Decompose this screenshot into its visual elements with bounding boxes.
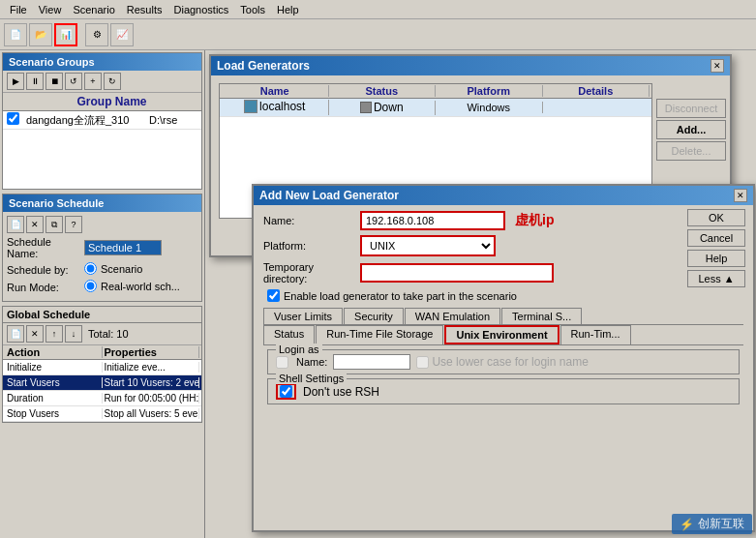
anlg-name-input[interactable] — [360, 211, 505, 230]
refresh-btn[interactable]: ↻ — [104, 73, 121, 90]
schedule-by-radio[interactable] — [84, 262, 97, 275]
global-total: Total: 10 — [88, 328, 129, 340]
dont-use-rsh-checkbox[interactable] — [280, 385, 292, 398]
lg-disconnect-btn[interactable]: Disconnect — [656, 99, 726, 118]
lg-add-btn[interactable]: Add... — [656, 120, 726, 139]
lg-name-0: localhost — [222, 100, 329, 115]
anlg-tempdir-row: Temporary directory: — [263, 261, 743, 284]
gs-up-btn[interactable]: ↑ — [45, 325, 63, 343]
sched-dup-btn[interactable]: ⧉ — [45, 216, 63, 233]
menu-scenario[interactable]: Scenario — [67, 2, 120, 17]
pause-btn[interactable]: ⏸ — [26, 73, 44, 90]
dont-use-rsh-wrapper — [276, 383, 296, 400]
tab-security[interactable]: Security — [344, 308, 404, 324]
menu-help[interactable]: Help — [271, 2, 305, 17]
schedule-name-row: Schedule Name: Schedule 1 — [7, 236, 197, 259]
tab-unix-env[interactable]: Unix Environment — [444, 325, 559, 344]
run-mode-radio[interactable] — [84, 280, 97, 292]
lg-status-0: Down — [329, 101, 437, 115]
sched-new-btn[interactable]: 📄 — [7, 216, 24, 233]
lg-close-btn[interactable]: ✕ — [711, 59, 724, 73]
global-table-header: Action Properties — [3, 345, 201, 360]
gs-del-btn[interactable]: ✕ — [26, 325, 44, 343]
group-row-0[interactable]: dangdang全流程_310 D:\rse — [3, 111, 201, 130]
sched-del-btn[interactable]: ✕ — [26, 216, 44, 233]
toolbar-open-btn[interactable]: 📂 — [29, 23, 52, 46]
schedule-by-radio-label: Scenario — [101, 263, 142, 275]
schedule-toolbar: 📄 ✕ ⧉ ? — [7, 216, 197, 233]
play-btn[interactable]: ▶ — [7, 73, 24, 90]
login-lowercase-check: Use lower case for login name — [416, 355, 588, 369]
lowercase-label: Use lower case for login name — [432, 355, 588, 369]
group-val-0: D:\rse — [149, 114, 197, 126]
left-panel: Scenario Groups ▶ ⏸ ⏹ ↺ + ↻ Group Name d… — [0, 50, 205, 538]
anlg-ok-btn[interactable]: OK — [687, 209, 745, 226]
group-checkbox-0[interactable] — [7, 112, 19, 125]
login-row: Name: Use lower case for login name — [276, 354, 731, 370]
anlg-tempdir-label: Temporary directory: — [263, 261, 360, 284]
lg-buttons: Disconnect Add... Delete... — [656, 99, 726, 161]
menu-results[interactable]: Results — [121, 2, 168, 17]
tab-runtime-storage[interactable]: Run-Time File Storage — [316, 325, 443, 344]
toolbar-run-btn[interactable]: ⚙ — [85, 23, 108, 46]
menu-file[interactable]: File — [4, 2, 33, 17]
lowercase-checkbox[interactable] — [416, 356, 429, 369]
anlg-less-btn[interactable]: Less ▲ — [687, 270, 745, 287]
tab-runtime[interactable]: Run-Tim... — [560, 325, 631, 344]
tab-wan-emulation[interactable]: WAN Emulation — [405, 308, 500, 324]
groups-table: dangdang全流程_310 D:\rse — [3, 111, 201, 189]
lg-row-0[interactable]: localhost Down Windows — [220, 99, 651, 117]
gs-add-btn[interactable]: 📄 — [7, 325, 24, 343]
anlg-enable-label: Enable load generator to take part in th… — [284, 290, 517, 302]
global-schedule-header: Global Schedule — [3, 307, 201, 323]
lg-delete-btn[interactable]: Delete... — [656, 141, 726, 161]
gs-row-0[interactable]: Initialize Initialize eve... — [3, 360, 201, 375]
menu-diagnostics[interactable]: Diagnostics — [168, 2, 235, 17]
login-name-checkbox[interactable] — [276, 356, 288, 369]
anlg-close-btn[interactable]: ✕ — [734, 189, 747, 202]
anlg-tabs: Vuser Limits Security WAN Emulation Term… — [263, 308, 743, 325]
anlg-help-btn[interactable]: Help — [687, 250, 745, 267]
run-mode-label: Run Mode: — [7, 282, 84, 293]
toolbar-chart-btn[interactable]: 📈 — [110, 23, 134, 46]
anlg-enable-checkbox[interactable] — [267, 289, 280, 302]
gs-props-0: Initialize eve... — [103, 362, 200, 373]
tab-vuser-limits[interactable]: Vuser Limits — [263, 308, 343, 324]
login-section: Login as Name: Use lower case for login … — [267, 349, 740, 374]
tab-terminal[interactable]: Terminal S... — [501, 308, 582, 324]
gs-props-3: Stop all Vusers: 5 eve... — [103, 408, 200, 419]
lg-col-status: Status — [329, 85, 437, 97]
anlg-name-label: Name: — [263, 215, 360, 226]
toolbar-new-btn[interactable]: 📄 — [4, 23, 27, 46]
anlg-name-row: Name: 虚机ip — [263, 211, 743, 230]
dont-use-rsh-row: Don't use RSH — [276, 383, 731, 400]
schedule-name-label: Schedule Name: — [7, 236, 84, 259]
menu-tools[interactable]: Tools — [234, 2, 271, 17]
sched-help-btn[interactable]: ? — [65, 216, 82, 233]
gs-row-3[interactable]: Stop Vusers Stop all Vusers: 5 eve... — [3, 406, 201, 422]
status-icon-0 — [360, 102, 372, 113]
watermark-icon: ⚡ — [680, 518, 694, 531]
anlg-tempdir-input[interactable] — [360, 263, 554, 283]
tab-status[interactable]: Status — [263, 325, 315, 344]
gs-row-1[interactable]: Start Vusers Start 10 Vusers: 2 eve... — [3, 375, 201, 391]
gs-action-3: Stop Vusers — [5, 408, 103, 419]
groups-table-header: Group Name — [3, 93, 201, 111]
menu-view[interactable]: View — [33, 2, 68, 17]
reset-btn[interactable]: ↺ — [65, 73, 82, 90]
anlg-cancel-btn[interactable]: Cancel — [687, 229, 745, 247]
lg-icon-0 — [244, 100, 257, 113]
stop-btn[interactable]: ⏹ — [45, 73, 63, 90]
gs-down-btn[interactable]: ↓ — [65, 325, 82, 343]
gs-action-1: Start Vusers — [5, 377, 103, 388]
shell-section: Shell Settings Don't use RSH — [267, 378, 740, 404]
anlg-platform-select[interactable]: UNIX Windows — [360, 235, 496, 256]
gs-action-0: Initialize — [5, 362, 103, 373]
ip-annotation: 虚机ip — [515, 212, 554, 229]
add-group-btn[interactable]: + — [84, 73, 102, 90]
toolbar-save-btn[interactable]: 📊 — [54, 23, 77, 46]
login-name-input[interactable] — [333, 354, 410, 370]
gs-row-2[interactable]: Duration Run for 00:05:00 (HH:M... — [3, 391, 201, 406]
main-toolbar: 📄 📂 📊 ⚙ 📈 — [0, 19, 756, 50]
schedule-name-value: Schedule 1 — [84, 240, 162, 255]
